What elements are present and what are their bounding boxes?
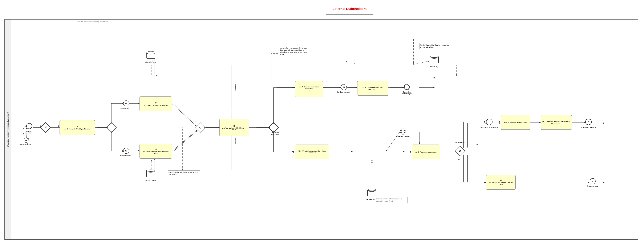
infosec-log-label: Infosec Log [430,66,438,67]
send-alert-event: ✉ [341,84,347,90]
airport-sos-label: Airport SoS data [146,61,156,63]
external-stakeholders-label: External Stakeholders [332,7,366,11]
task-a6-2-label: A6.2: Apply data analytic models [144,104,168,106]
main-pool: Proactive incident response (Simulation)… [4,19,638,240]
predefined-condition-event: ≡ [400,129,406,134]
task-a6-7-label: A6.7: Generate message related to the ev… [542,121,571,124]
gateway-1 [40,122,51,133]
task-a6-3-label: A6.3: Simulate activation of Infosec con… [141,151,171,154]
infosec-controls-store: Infosec Controls [146,170,156,181]
task-a6-7[interactable]: A6.7: Generate message related to the ev… [541,115,572,130]
gateway-3 [195,122,206,133]
task-a6-1[interactable]: ⊞ A6.1: Verify identified hybrid threats… [60,120,95,135]
hierarchical-escalation-event: △ [585,119,592,125]
task-a6-1-label: A6.1: Verify identified hybrid threats [64,128,90,130]
task-a6-2[interactable]: ⚙ A6.2: Apply data analytic models [140,96,172,111]
annotation-data-store-note: Data store with the indicators defined t… [375,197,408,203]
predictive-action-event: ✉ [123,100,129,106]
task-a6-4[interactable]: A6.4: Update IoA values at the Infosec D… [295,145,329,159]
no-label: No [458,159,460,160]
task-a4-main-label: A4: Analyse the Incident Severity Level [221,127,248,131]
gateway-2 [106,122,117,133]
task-a6-5-label: A6.5: Track response actions [416,151,436,153]
diagram-container: External Stakeholders Proactive incident… [0,0,644,245]
task-a4b[interactable]: ▦ A4: Analyse the Incident Severity Leve… [486,175,516,190]
start-event [26,123,32,129]
response-cycle1-label: Response cycle [20,144,32,145]
pool-label: Proactive incident response (Simulation) [5,19,12,239]
lane-external-container: External [231,65,240,110]
task-a6-9[interactable]: A6.9: Collect Feedback from stakeholders [357,81,388,96]
pool-label-text: Proactive incident response (Simulation) [7,112,9,147]
annotation-analyse-sops: Analyse existing SOPs based on the Infos… [168,170,200,176]
descriptive-action-event: ✉ [123,148,129,154]
task-a6-6[interactable]: A6.6: Analyse escalation policies [501,115,530,130]
infosec-log-store: Infosec Log [430,56,438,67]
simulation-modeling-label: Simulation modeling [22,130,34,134]
predictive-action-label: Predictive action [119,108,132,109]
italic-pool-label: Proactive incident response (Simulation) [76,21,108,23]
annotation-personalized-msg: A personalized message directed to each … [279,46,311,56]
annotation-confirm-receipt: Confirm the receipt of the alert message… [419,43,452,49]
gateway-end-of-incident [455,146,466,157]
lane-external-label: External [235,84,237,91]
task-a6-3[interactable]: ✉ A6.3: Simulate activation of Infosec c… [140,144,172,159]
stakeholder-ack-label: Stakeholder acknowledged [399,91,415,95]
response-cycle2-label: Response cycle [585,185,600,187]
predefined-condition-label: Predefined Condition [395,136,411,137]
send-alert-label: Send alert message [337,91,350,93]
response-cycle2-event: ⇒ [590,178,596,184]
hierarchical-escalation-label: Hierarchical Escalation [578,126,598,128]
task-a4-main[interactable]: ▦ A4: Analyse the Incident Severity Leve… [220,119,249,136]
airport-sos-data-store: Airport SoS data [146,52,156,63]
yes-label: Yes [476,144,478,145]
task-a4b-label: A4: Analyse the Incident Severity Level [487,182,514,185]
infosec-incident-event [486,119,492,125]
stakeholder-ack-event [404,84,410,90]
lane-internal-label: Internal [235,138,237,144]
response-cycle-event: ⇒ [24,138,28,143]
task-a6-6-label: A6.6: Analyse escalation policies [504,121,528,123]
external-stakeholders-box: External Stakeholders [326,3,373,15]
task-a6-8[interactable]: A6.8: Generate awareness notification ||… [295,81,323,97]
task-a6-4-label: A6.4: Update IoA values at the Infosec D… [296,150,328,154]
infosec-controls-label: Infosec Controls [146,180,156,181]
infosec-incident-label: Infosec Incident (simulation) [478,126,499,128]
descriptive-action-label: Descriptive action [119,155,132,157]
end-of-incident-label: End of incident? [453,142,468,143]
task-a6-9-label: A6.9: Collect Feedback from stakeholders [358,87,387,90]
gateway-stakeholders-awareness [268,122,279,133]
task-a6-1-expand[interactable]: + [92,132,94,134]
task-a6-8-label: A6.8: Generate awareness notification [296,86,322,89]
task-a6-5[interactable]: A6.5: Track response actions [412,145,440,159]
stakeholders-awareness-label: Stakeholders Awareness [270,132,280,135]
